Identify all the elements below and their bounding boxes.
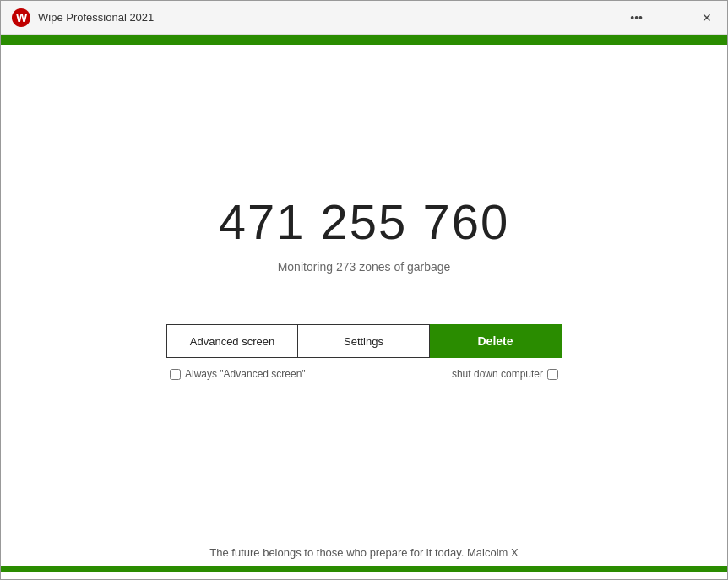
- buttons-area: Advanced screen Settings Delete Always "…: [166, 324, 562, 380]
- always-advanced-checkbox[interactable]: [170, 369, 181, 380]
- always-advanced-text: Always "Advanced screen": [185, 368, 306, 380]
- counter-display: 471 255 760: [219, 193, 510, 250]
- title-bar-controls: ••• — ✕: [625, 8, 717, 27]
- monitoring-text: Monitoring 273 zones of garbage: [278, 260, 451, 274]
- title-bar-left: W Wipe Professional 2021: [11, 8, 154, 28]
- bottom-accent-bar: [1, 566, 727, 572]
- footer-quote: The future belongs to those who prepare …: [209, 546, 518, 559]
- svg-text:W: W: [16, 11, 28, 24]
- top-accent-bar: [1, 35, 727, 45]
- delete-button[interactable]: Delete: [430, 324, 562, 358]
- checkboxes-row: Always "Advanced screen" shut down compu…: [166, 368, 562, 380]
- more-button[interactable]: •••: [625, 8, 648, 27]
- always-advanced-label[interactable]: Always "Advanced screen": [170, 368, 306, 380]
- shut-down-text: shut down computer: [452, 368, 543, 380]
- buttons-row: Advanced screen Settings Delete: [166, 324, 562, 358]
- shut-down-checkbox[interactable]: [547, 369, 558, 380]
- minimize-button[interactable]: —: [661, 8, 683, 27]
- window-title: Wipe Professional 2021: [38, 11, 154, 24]
- shut-down-label[interactable]: shut down computer: [452, 368, 558, 380]
- main-content: 471 255 760 Monitoring 273 zones of garb…: [1, 45, 727, 529]
- app-logo: W: [11, 8, 31, 28]
- title-bar: W Wipe Professional 2021 ••• — ✕: [1, 1, 727, 35]
- settings-button[interactable]: Settings: [298, 324, 430, 358]
- advanced-screen-button[interactable]: Advanced screen: [166, 324, 298, 358]
- close-button[interactable]: ✕: [697, 8, 717, 27]
- footer: The future belongs to those who prepare …: [1, 529, 727, 579]
- app-window: W Wipe Professional 2021 ••• — ✕ 471 255…: [0, 0, 728, 580]
